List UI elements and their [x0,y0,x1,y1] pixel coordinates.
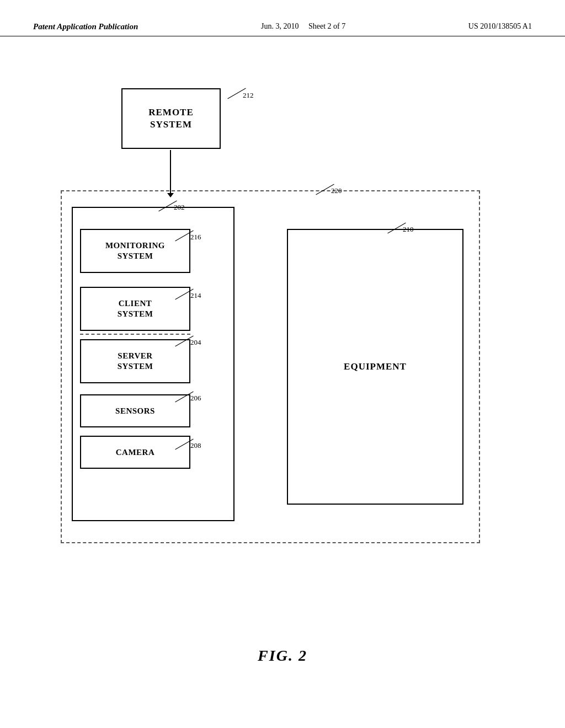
diagram-area: REMOTESYSTEM 212 220 202 MONITORINGSYSTE… [55,88,508,585]
sheet-info: Sheet 2 of 7 [308,22,345,30]
client-system-label: CLIENTSYSTEM [118,298,153,320]
arrow-remote-to-appliance [170,150,171,194]
publication-date: Jun. 3, 2010 [261,22,299,30]
publication-label: Patent Application Publication [33,22,138,31]
camera-label: CAMERA [116,448,155,457]
monitoring-system-label: MONITORINGSYSTEM [105,240,165,262]
figure-caption: FIG. 2 [258,647,307,665]
ref-214-label: 214 [190,291,201,300]
dashed-divider [80,334,190,335]
server-system-box: SERVERSYSTEM [80,339,190,383]
equipment-box: EQUIPMENT [287,229,463,505]
ref-212-label: 212 [243,91,254,100]
remote-system-label: REMOTESYSTEM [148,106,194,131]
sensors-box: SENSORS [80,394,190,427]
monitoring-system-box: MONITORINGSYSTEM [80,229,190,273]
ref-206-label: 206 [190,394,201,403]
equipment-label: EQUIPMENT [344,361,407,372]
patent-number: US 2010/138505 A1 [468,22,532,31]
client-system-box: CLIENTSYSTEM [80,287,190,331]
sensors-label: SENSORS [115,406,155,416]
ref-208-label: 208 [190,441,201,450]
header-center: Jun. 3, 2010 Sheet 2 of 7 [261,22,345,31]
ref-202-label: 202 [174,203,185,212]
camera-box: CAMERA [80,436,190,469]
server-system-label: SERVERSYSTEM [118,351,153,372]
remote-system-box: REMOTESYSTEM [121,88,221,149]
ref-210-label: 210 [403,225,414,234]
ref-204-label: 204 [190,338,201,347]
page-header: Patent Application Publication Jun. 3, 2… [0,0,565,36]
ref-220-label: 220 [331,186,342,195]
ref-216-label: 216 [190,233,201,242]
